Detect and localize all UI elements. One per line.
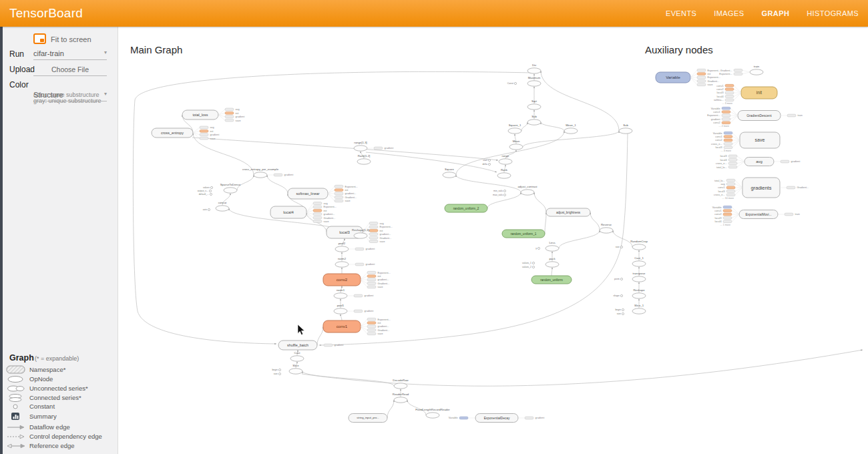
graph-node-mean[interactable]: Mean: [509, 140, 523, 150]
graph-node-rank_t[interactable]: Rank: [497, 168, 511, 178]
graph-node-decoderaw[interactable]: DecodeRaw: [393, 379, 409, 389]
graph-node-fixedlen[interactable]: FixedLengthRecordReader: [415, 408, 450, 418]
stub-label: local4: [717, 95, 724, 98]
graph-node-ru2[interactable]: random_uniform_2: [445, 204, 487, 212]
graph-node-gradients_aux[interactable]: gradientsGradient...total_lo...avgconv1l…: [714, 178, 809, 200]
graph-node-square[interactable]: Square: [443, 168, 456, 178]
graph-node-pool2[interactable]: pool2gradient: [335, 242, 375, 252]
graph-node-std[interactable]: SparseToDensevaluesoutput_s...default_..…: [198, 183, 241, 196]
graph-node-slice[interactable]: Slicebeginsize: [272, 364, 302, 375]
nav-tab-images[interactable]: IMAGES: [714, 9, 744, 17]
graph-node-subr[interactable]: Sub: [619, 124, 632, 134]
stub-label: Exponent...: [324, 206, 337, 208]
graph-node-adjust_brightness[interactable]: adjust_brightness: [546, 208, 590, 216]
run-select[interactable]: cifar-train ▾: [33, 49, 107, 60]
stub-connector: [735, 184, 742, 188]
const-node-shape: [278, 369, 280, 371]
graph-node-mean1[interactable]: Mean_1: [564, 124, 578, 134]
graph-node-norm1[interactable]: norm1gradient: [334, 288, 374, 298]
stub-label: gradient: [236, 116, 246, 118]
graph-node-softmax_linear[interactable]: softmax_linearExponent...initgradient...…: [288, 185, 358, 202]
const-label: values: [203, 186, 210, 189]
const-node-shape: [488, 163, 490, 165]
choose-file-button[interactable]: Choose File: [33, 65, 107, 76]
graph-node-exp_decay[interactable]: ExponentialDecaygradientVariable: [449, 414, 545, 423]
node-label: random_uniform: [540, 278, 563, 282]
graph-node-cross_entropy[interactable]: cross_entropyavginitgradientsave: [152, 126, 220, 140]
stub-chip: [200, 126, 208, 129]
stub-connector: [732, 140, 740, 144]
graph-edge: [559, 230, 600, 248]
graph-node-pack[interactable]: packvalues_1values_2: [522, 257, 559, 268]
graph-node-reverse[interactable]: Reverse: [600, 223, 613, 233]
graph-node-transpose[interactable]: transposeperm: [614, 272, 646, 282]
stub-label: Exponent...: [378, 272, 391, 274]
graph-node-less[interactable]: Lessy: [535, 241, 559, 251]
graph-node-maximum[interactable]: MaximumConst: [507, 76, 541, 86]
graph-node-avg_aux[interactable]: avggradientlocal3local4cross_e...total_l…: [716, 155, 801, 169]
node-label: ExponentialDecay: [484, 417, 510, 420]
graph-node-reshape_r[interactable]: Reshapeshape: [613, 288, 646, 298]
node-label: string_input_pro...: [357, 416, 379, 419]
graph-node-ru1[interactable]: random_uniform_1: [502, 230, 545, 238]
graph-node-cast[interactable]: Cast: [290, 351, 304, 361]
graph-node-ema[interactable]: ExponentialMovi...trainVariableconv1conv…: [712, 206, 800, 226]
nav-tab-histograms[interactable]: HISTOGRAMS: [807, 9, 859, 17]
stub-label: local4: [720, 159, 727, 162]
node-label: random_uniform_2: [453, 207, 479, 210]
const-label: y: [535, 247, 537, 250]
stub-label: Gradient...: [378, 329, 390, 332]
stub-chip: [367, 271, 376, 274]
graph-node-range13[interactable]: range[1-3]gradient: [354, 141, 394, 151]
stub-connector: [742, 70, 750, 72]
stub-label: save: [324, 220, 329, 223]
nav-tab-graph[interactable]: GRAPH: [762, 9, 790, 17]
graph-node-norm2[interactable]: norm2gradient: [335, 257, 375, 267]
graph-node-readerread[interactable]: ReaderRead: [393, 393, 409, 403]
graph-node-rank12[interactable]: Rank[1-2]: [357, 154, 371, 164]
graph-node-init_aux[interactable]: initconv1conv2local3local4softma...… 3 m…: [714, 84, 777, 105]
graph-node-cast1[interactable]: Cast_1: [632, 256, 646, 266]
op-node-shape: [619, 128, 632, 134]
graph-node-total_loss[interactable]: total_lossavginitgradientsave: [182, 108, 245, 122]
graph-node-slice1[interactable]: Slice_1beginsize: [615, 304, 646, 315]
stub-label: train: [795, 213, 800, 216]
stub-chip: [723, 217, 732, 220]
graph-node-pool1[interactable]: pool1gradient: [334, 304, 374, 314]
graph-node-adjust_contrast[interactable]: adjust_contrastmin_valumax_valu: [493, 185, 537, 196]
stub-label: gradient...: [324, 213, 335, 216]
graph-node-ru[interactable]: random_uniform: [531, 276, 572, 284]
stub-label: init: [345, 189, 349, 192]
node-label: adjust_contrast: [517, 185, 537, 188]
graph-node-sub_c[interactable]: Sub: [527, 115, 541, 125]
top-nav: EVENTS IMAGES GRAPH HISTOGRAMS: [666, 9, 859, 17]
node-label: train: [754, 65, 760, 68]
graph-node-conv1[interactable]: conv1Exponent...initgradient...Gradient.…: [323, 318, 391, 335]
graph-node-square1[interactable]: Square_1: [508, 124, 521, 134]
fit-to-screen-label[interactable]: Fit to screen: [51, 35, 91, 43]
graph-node-gd[interactable]: GradientDescenttrainVariableconv1Exponen…: [707, 107, 803, 128]
node-label: Reverse: [601, 223, 612, 226]
node-label: norm1: [337, 288, 345, 292]
fit-to-screen-button[interactable]: [33, 33, 46, 44]
graph-node-local4[interactable]: local4avgExponent...initgradient...Gradi…: [270, 202, 337, 223]
stub-connector: [328, 186, 335, 194]
graph-edge: [541, 71, 619, 131]
graph-node-conv2[interactable]: conv2Exponent...initgradient...Gradient.…: [323, 271, 391, 288]
graph-node-shuffle_batch[interactable]: shuffle_batchgradient: [278, 340, 344, 350]
graph-node-div[interactable]: Div: [527, 63, 541, 73]
graph-node-string_input[interactable]: string_input_pro...: [349, 414, 387, 423]
graph-node-train[interactable]: trainGradient...Exponent...: [719, 65, 763, 75]
stub-chip: [367, 275, 376, 278]
graph-node-concat[interactable]: concataxis: [203, 201, 229, 211]
auxiliary-nodes-title: Auxiliary nodes: [645, 44, 713, 55]
graph-node-cepe[interactable]: cross_entropy_per_examplegradient: [242, 168, 294, 178]
nav-tab-events[interactable]: EVENTS: [666, 9, 696, 17]
graph-node-save_aux[interactable]: saveVariableconv1conv2cross_e...local3… …: [711, 132, 780, 152]
stub-chip: [724, 132, 732, 134]
graph-canvas[interactable]: total_lossavginitgradientsavecross_entro…: [118, 27, 868, 454]
graph-node-variable[interactable]: VariableExponent...initExponent...Gradie…: [656, 69, 720, 86]
stub-more-label: … 2 more: [718, 125, 729, 128]
graph-node-local3[interactable]: local3avgExponent...initgradient...Gradi…: [327, 222, 393, 243]
graph-node-sqrt[interactable]: Sqrt: [527, 99, 541, 109]
